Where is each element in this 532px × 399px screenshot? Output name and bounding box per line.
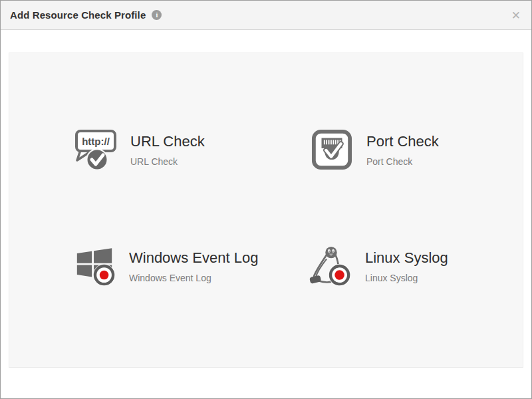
check-type-subtitle: Windows Event Log [129,273,258,283]
check-type-linux-syslog[interactable]: Linux Syslog Linux Syslog [307,242,448,290]
check-type-text: Linux Syslog Linux Syslog [365,249,448,283]
check-type-port-check[interactable]: Port Check Port Check [308,126,439,174]
check-type-subtitle: URL Check [130,156,205,167]
check-type-panel: http:// URL Check URL Check [9,53,523,368]
check-type-subtitle: Port Check [366,156,439,167]
info-icon[interactable]: i [152,10,162,20]
close-icon[interactable]: ✕ [511,1,521,30]
check-type-windows-event-log[interactable]: Windows Event Log Windows Event Log [70,242,258,290]
check-type-title: URL Check [130,133,205,150]
dialog-title: Add Resource Check Profile [10,9,146,21]
check-type-text: Windows Event Log Windows Event Log [129,249,258,283]
check-type-url-check[interactable]: http:// URL Check URL Check [72,126,205,174]
linux-syslog-icon [307,242,354,290]
dialog-header: Add Resource Check Profile i ✕ [1,1,531,30]
check-type-text: URL Check URL Check [130,133,205,167]
svg-text:http://: http:// [82,136,110,147]
check-type-title: Linux Syslog [365,249,448,267]
url-check-icon: http:// [72,126,120,174]
check-type-subtitle: Linux Syslog [365,273,448,283]
check-type-title: Port Check [366,133,439,150]
add-resource-check-profile-dialog: Add Resource Check Profile i ✕ http:// U… [0,0,532,399]
port-check-icon [308,126,356,174]
check-type-title: Windows Event Log [129,249,258,267]
windows-event-log-icon [70,242,118,290]
check-type-text: Port Check Port Check [366,133,439,167]
